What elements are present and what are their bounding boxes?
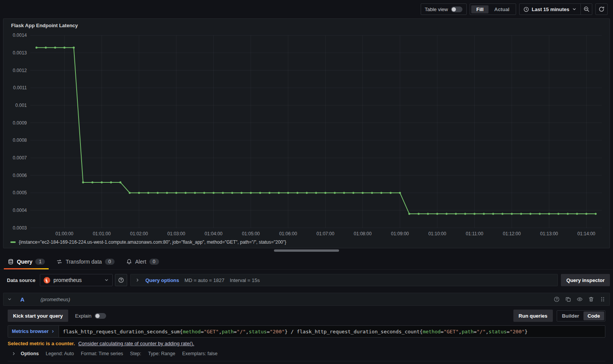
query-token: status [488,329,506,334]
code-button[interactable]: Code [583,312,605,320]
chevron-right-icon [11,351,16,356]
latency-chart[interactable]: 0.00140.00130.00120.00110.0010.00090.000… [8,30,605,239]
horizontal-scrollbar-thumb[interactable] [274,249,339,252]
data-point [390,192,392,194]
chevron-right-icon [51,330,55,333]
data-point [129,192,131,194]
data-point [576,213,578,215]
data-point [250,192,252,194]
warning-rate-link[interactable]: Consider calculating rate of counter by … [78,341,194,346]
legend-series-swatch [10,241,16,243]
query-token: , [486,329,489,334]
fill-button[interactable]: Fill [471,5,488,13]
help-circle-icon[interactable] [554,296,560,302]
actual-button[interactable]: Actual [489,5,515,13]
legend-item[interactable]: {instance="ec2-184-169-216-224.us-west-1… [8,239,605,246]
data-point [278,192,280,194]
tab-query[interactable]: Query 1 [3,256,49,269]
kick-start-query-button[interactable]: Kick start your query [8,310,68,322]
datasource-picker[interactable]: prometheus [40,274,113,286]
query-options-interval: Interval = 15s [230,277,260,283]
query-options-link[interactable]: Query options [145,277,179,283]
y-tick-label: 0.0012 [13,68,27,73]
query-datasource-hint: (prometheus) [41,297,70,302]
collapse-chevron-down-icon[interactable] [7,297,12,302]
datasource-help-button[interactable] [115,274,127,286]
query-token: , [219,329,222,334]
table-view-toggle[interactable] [451,7,462,12]
data-point [352,192,354,194]
help-circle-icon [118,277,124,283]
panel-title: Flask App Endpoint Latency [8,22,605,30]
tab-alert-badge: 0 [149,259,159,265]
data-point [567,213,569,215]
query-token: "200" [510,329,524,334]
data-point [520,213,522,215]
query-toolbar-right: Run queries Builder Code [513,310,605,322]
zoom-out-icon [583,6,590,12]
query-token: , [246,329,249,334]
y-tick-label: 0.0009 [13,120,27,126]
query-options-summary[interactable]: Options Legend: Auto Format: Time series… [8,351,605,361]
data-point [408,213,410,215]
data-point [595,213,597,215]
x-tick-label: 01:14:00 [577,231,595,236]
data-point [492,213,494,215]
builder-code-segment: Builder Code [557,310,605,321]
data-point [315,192,317,194]
query-row-actions [554,296,606,302]
options-legend: Legend: Auto [46,351,74,356]
drag-handle-icon[interactable] [600,296,606,302]
query-token: method [423,329,441,334]
options-label: Options [21,351,39,356]
counter-warning: Selected metric is a counter. Consider c… [8,341,605,346]
promql-query-input[interactable]: flask_http_request_duration_seconds_sum{… [59,326,531,337]
query-token: = [201,329,204,334]
metrics-browser-label: Metrics browser [12,329,49,334]
explain-toggle[interactable] [95,313,106,319]
data-point [371,192,373,194]
query-token: path [462,329,474,334]
data-point [306,192,308,194]
x-tick-label: 01:08:00 [354,231,372,236]
y-tick-label: 0.001 [15,103,27,108]
run-queries-button[interactable]: Run queries [513,310,553,322]
refresh-button[interactable] [595,3,608,15]
query-toolbar: Kick start your query Explain Run querie… [8,310,605,322]
time-range-label: Last 15 minutes [532,7,569,12]
data-point [259,192,261,194]
query-token: , [459,329,462,334]
transform-icon [56,259,62,265]
trash-icon[interactable] [588,296,594,302]
data-point [343,192,345,194]
time-range-picker[interactable]: Last 15 minutes [520,4,580,15]
builder-button[interactable]: Builder [558,312,583,320]
y-tick-label: 0.0003 [13,225,27,231]
query-inspector-button[interactable]: Query inspector [561,274,610,286]
copy-icon[interactable] [565,296,571,302]
data-point [502,213,503,215]
x-tick-label: 01:02:00 [130,231,148,236]
options-step: Step: [130,351,141,356]
promql-editor: Metrics browser flask_http_request_durat… [8,325,605,338]
query-ref-id[interactable]: A [20,296,25,303]
table-view-group: Table view [421,3,467,15]
query-options-bar: Query options MD = auto = 1827 Interval … [130,274,558,286]
data-point [82,181,84,183]
tab-alert-label: Alert [135,259,146,265]
zoom-out-button[interactable] [580,4,592,15]
tab-transform-data[interactable]: Transform data 0 [52,256,119,269]
query-row-header[interactable]: A (prometheus) [3,293,610,306]
data-point [101,181,103,183]
query-token: "GET" [444,329,459,334]
tab-transform-badge: 0 [105,259,115,265]
metrics-browser-button[interactable]: Metrics browser [8,326,59,337]
data-point [483,213,485,215]
x-tick-label: 01:13:00 [540,231,558,236]
tab-alert[interactable]: Alert 0 [121,256,164,269]
data-point [64,47,66,49]
data-point [455,213,457,215]
explain-group: Explain [75,313,106,319]
tab-query-label: Query [17,259,32,265]
eye-icon[interactable] [577,296,583,302]
